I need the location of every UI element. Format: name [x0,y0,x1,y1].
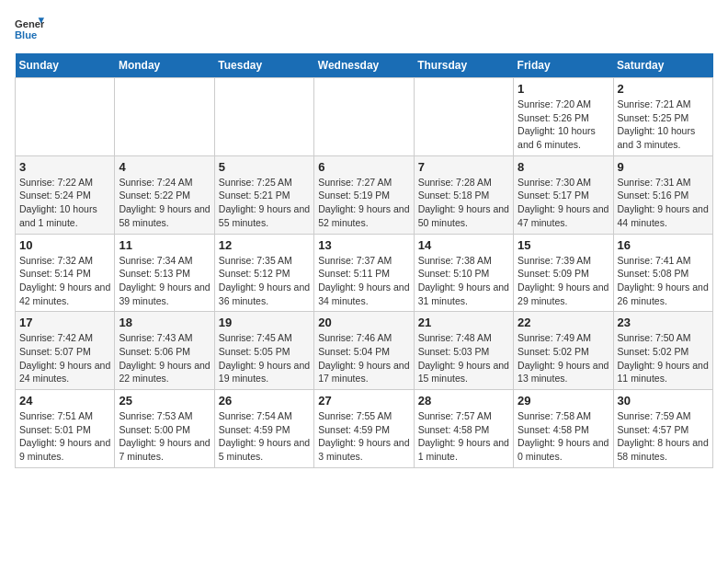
day-number: 13 [318,238,409,252]
page-header: General Blue [15,15,713,44]
day-number: 18 [119,316,210,329]
day-number: 9 [618,160,709,174]
calendar-cell: 9Sunrise: 7:31 AM Sunset: 5:16 PM Daylig… [613,155,712,234]
day-number: 8 [518,160,609,174]
calendar-cell: 29Sunrise: 7:58 AM Sunset: 4:58 PM Dayli… [514,390,613,468]
calendar-cell: 6Sunrise: 7:27 AM Sunset: 5:19 PM Daylig… [314,155,414,234]
day-info: Sunrise: 7:55 AM Sunset: 4:59 PM Dayligh… [318,409,409,464]
calendar-cell: 22Sunrise: 7:49 AM Sunset: 5:02 PM Dayli… [514,312,613,390]
day-info: Sunrise: 7:34 AM Sunset: 5:13 PM Dayligh… [119,254,210,308]
day-info: Sunrise: 7:32 AM Sunset: 5:14 PM Dayligh… [19,254,110,308]
day-info: Sunrise: 7:20 AM Sunset: 5:26 PM Dayligh… [518,98,609,152]
day-info: Sunrise: 7:24 AM Sunset: 5:22 PM Dayligh… [119,176,210,230]
day-number: 17 [19,316,110,329]
day-number: 11 [119,238,210,252]
weekday-header-monday: Monday [115,53,214,78]
calendar-cell [414,78,513,156]
calendar-cell: 15Sunrise: 7:39 AM Sunset: 5:09 PM Dayli… [514,234,613,312]
calendar-cell: 25Sunrise: 7:53 AM Sunset: 5:00 PM Dayli… [115,390,214,468]
calendar-cell: 14Sunrise: 7:38 AM Sunset: 5:10 PM Dayli… [414,234,513,312]
day-number: 10 [19,238,110,252]
calendar-cell: 2Sunrise: 7:21 AM Sunset: 5:25 PM Daylig… [613,78,712,156]
day-number: 3 [19,160,110,174]
day-info: Sunrise: 7:42 AM Sunset: 5:07 PM Dayligh… [19,331,110,385]
day-info: Sunrise: 7:57 AM Sunset: 4:58 PM Dayligh… [418,409,509,464]
calendar-cell: 11Sunrise: 7:34 AM Sunset: 5:13 PM Dayli… [115,234,214,312]
calendar-cell [314,78,414,156]
day-number: 26 [219,394,310,408]
weekday-header-thursday: Thursday [414,53,513,78]
calendar-cell: 5Sunrise: 7:25 AM Sunset: 5:21 PM Daylig… [214,155,313,234]
day-number: 14 [418,238,509,252]
day-info: Sunrise: 7:46 AM Sunset: 5:04 PM Dayligh… [318,331,409,385]
calendar-week-5: 24Sunrise: 7:51 AM Sunset: 5:01 PM Dayli… [16,390,713,468]
day-info: Sunrise: 7:31 AM Sunset: 5:16 PM Dayligh… [618,176,709,230]
calendar-cell: 19Sunrise: 7:45 AM Sunset: 5:05 PM Dayli… [214,312,313,390]
day-info: Sunrise: 7:49 AM Sunset: 5:02 PM Dayligh… [518,331,609,385]
calendar-cell: 30Sunrise: 7:59 AM Sunset: 4:57 PM Dayli… [613,390,712,468]
day-number: 15 [518,238,609,252]
day-number: 30 [618,394,709,408]
day-number: 22 [518,316,609,329]
calendar-cell: 12Sunrise: 7:35 AM Sunset: 5:12 PM Dayli… [214,234,313,312]
day-number: 21 [418,316,509,329]
day-info: Sunrise: 7:54 AM Sunset: 4:59 PM Dayligh… [219,409,310,464]
day-number: 12 [219,238,310,252]
day-info: Sunrise: 7:53 AM Sunset: 5:00 PM Dayligh… [119,409,210,464]
day-info: Sunrise: 7:27 AM Sunset: 5:19 PM Dayligh… [318,176,409,230]
day-number: 28 [418,394,509,408]
calendar-cell: 1Sunrise: 7:20 AM Sunset: 5:26 PM Daylig… [514,78,613,156]
day-info: Sunrise: 7:41 AM Sunset: 5:08 PM Dayligh… [618,254,709,308]
calendar-header: SundayMondayTuesdayWednesdayThursdayFrid… [16,53,713,78]
logo: General Blue [15,15,48,44]
calendar-cell [115,78,214,156]
day-number: 19 [219,316,310,329]
calendar-cell [16,78,115,156]
day-info: Sunrise: 7:59 AM Sunset: 4:57 PM Dayligh… [618,409,709,464]
day-info: Sunrise: 7:43 AM Sunset: 5:06 PM Dayligh… [119,331,210,385]
day-info: Sunrise: 7:37 AM Sunset: 5:11 PM Dayligh… [318,254,409,308]
calendar-cell: 23Sunrise: 7:50 AM Sunset: 5:02 PM Dayli… [613,312,712,390]
weekday-header-saturday: Saturday [613,53,712,78]
calendar-cell: 17Sunrise: 7:42 AM Sunset: 5:07 PM Dayli… [16,312,115,390]
calendar-cell: 4Sunrise: 7:24 AM Sunset: 5:22 PM Daylig… [115,155,214,234]
weekday-header-row: SundayMondayTuesdayWednesdayThursdayFrid… [16,53,713,78]
day-number: 27 [318,394,409,408]
day-info: Sunrise: 7:28 AM Sunset: 5:18 PM Dayligh… [418,176,509,230]
calendar-week-4: 17Sunrise: 7:42 AM Sunset: 5:07 PM Dayli… [16,312,713,390]
day-info: Sunrise: 7:39 AM Sunset: 5:09 PM Dayligh… [518,254,609,308]
calendar-body: 1Sunrise: 7:20 AM Sunset: 5:26 PM Daylig… [16,78,713,468]
day-info: Sunrise: 7:25 AM Sunset: 5:21 PM Dayligh… [219,176,310,230]
calendar-cell: 8Sunrise: 7:30 AM Sunset: 5:17 PM Daylig… [514,155,613,234]
calendar-cell: 7Sunrise: 7:28 AM Sunset: 5:18 PM Daylig… [414,155,513,234]
day-info: Sunrise: 7:35 AM Sunset: 5:12 PM Dayligh… [219,254,310,308]
day-number: 1 [518,82,609,96]
calendar-cell [214,78,313,156]
calendar-cell: 21Sunrise: 7:48 AM Sunset: 5:03 PM Dayli… [414,312,513,390]
day-number: 4 [119,160,210,174]
calendar-week-3: 10Sunrise: 7:32 AM Sunset: 5:14 PM Dayli… [16,234,713,312]
weekday-header-tuesday: Tuesday [214,53,313,78]
calendar-cell: 18Sunrise: 7:43 AM Sunset: 5:06 PM Dayli… [115,312,214,390]
day-number: 20 [318,316,409,329]
day-number: 5 [219,160,310,174]
day-number: 29 [518,394,609,408]
day-info: Sunrise: 7:22 AM Sunset: 5:24 PM Dayligh… [19,176,110,230]
calendar-cell: 27Sunrise: 7:55 AM Sunset: 4:59 PM Dayli… [314,390,414,468]
day-number: 2 [618,82,709,96]
calendar-cell: 13Sunrise: 7:37 AM Sunset: 5:11 PM Dayli… [314,234,414,312]
day-number: 16 [618,238,709,252]
logo-icon: General Blue [15,15,44,44]
calendar-cell: 3Sunrise: 7:22 AM Sunset: 5:24 PM Daylig… [16,155,115,234]
day-info: Sunrise: 7:48 AM Sunset: 5:03 PM Dayligh… [418,331,509,385]
calendar-cell: 28Sunrise: 7:57 AM Sunset: 4:58 PM Dayli… [414,390,513,468]
calendar-cell: 10Sunrise: 7:32 AM Sunset: 5:14 PM Dayli… [16,234,115,312]
calendar-cell: 24Sunrise: 7:51 AM Sunset: 5:01 PM Dayli… [16,390,115,468]
calendar-table: SundayMondayTuesdayWednesdayThursdayFrid… [15,53,713,468]
day-info: Sunrise: 7:51 AM Sunset: 5:01 PM Dayligh… [19,409,110,464]
day-number: 24 [19,394,110,408]
day-number: 6 [318,160,409,174]
day-info: Sunrise: 7:45 AM Sunset: 5:05 PM Dayligh… [219,331,310,385]
day-info: Sunrise: 7:58 AM Sunset: 4:58 PM Dayligh… [518,409,609,464]
day-number: 7 [418,160,509,174]
